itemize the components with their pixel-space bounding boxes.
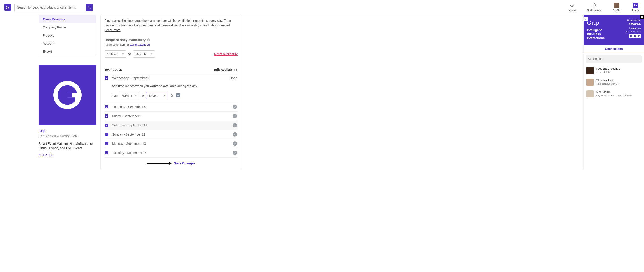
expand-panel-button[interactable]: » [584,17,588,21]
checkbox-wed[interactable] [105,76,108,80]
connection-item[interactable]: Faédora Gracchus Hello,Jul 07 [584,65,644,76]
connection-date: Jun 24 [611,83,618,85]
day-row-thu: Thursday - September 9 [104,102,238,112]
close-panel-button[interactable]: ✕ [640,15,644,19]
nav-profile[interactable]: Profile [613,3,620,12]
panel-brand: Grip [587,19,614,26]
from-time-select[interactable]: 4:30pm [120,92,139,99]
sidebar-item-team-members[interactable]: Team Members [39,15,96,23]
from-label: from [112,94,118,97]
topbar: G Home Notifications Profile G Teams [0,0,644,15]
checkbox-sun[interactable] [105,133,108,136]
timezone-link[interactable]: Europe/London [130,43,150,46]
avatar-icon [614,3,619,8]
sidebar-item-product[interactable]: Product [39,31,96,40]
profile-logo [38,65,96,125]
profile-card: Grip UK • Lee's Virtual Meeting Room Sma… [38,65,96,157]
range-head-label: Range of daily availability [104,38,146,42]
connections-tab[interactable]: Connections [584,45,644,53]
edit-profile-link[interactable]: Edit Profile [38,153,54,157]
app-logo[interactable]: G [4,4,11,11]
sidebar-item-company-profile[interactable]: Company Profile [39,23,96,31]
end-time-select[interactable]: Midnight [133,50,155,58]
edit-thu[interactable] [233,105,237,109]
day-row-fri: Friday - September 10 [104,112,238,121]
expand-instructions: Add time ranges when you won't be availa… [112,84,238,88]
day-label-mon: Monday - September 13 [112,142,146,145]
learn-more-link[interactable]: Learn more [104,28,121,32]
save-changes-button[interactable]: Save Changes [174,162,196,165]
checkbox-mon[interactable] [105,142,108,145]
connection-item[interactable]: Christina Liot Hello Nancy!Jun 24 [584,76,644,88]
connections-panel: » ✕ Grip Intelligent Business Interactio… [584,15,644,170]
days-header: Event Days Edit Availability [104,68,238,74]
clients-block: Clients include: amazon informa Reed Exh… [626,19,641,40]
pencil-icon [234,142,236,145]
intro-copy: First, select the time range the team me… [104,19,231,27]
client-bbc: BBC [626,34,641,38]
start-time-select[interactable]: 12:00am [104,50,126,58]
nav-profile-label: Profile [613,9,620,12]
delete-range-button[interactable] [170,93,174,97]
day-row-wed: Wednesday - September 8 Done [104,74,238,82]
nav-home-label: Home [568,9,576,12]
nav-teams-label: Teams [632,9,640,12]
edit-fri[interactable] [233,114,237,118]
checkbox-thu[interactable] [105,105,108,108]
handshake-icon [570,3,574,8]
client-reed: Reed Exhibitions [626,31,641,33]
svg-line-9 [590,59,591,60]
search-input[interactable] [14,4,86,11]
edit-sat[interactable] [233,123,237,127]
avatar [586,90,594,97]
connections-search-input[interactable] [586,55,642,63]
day-label-tue: Tuesday - September 14 [112,151,147,155]
bell-icon [592,3,596,8]
time-range-row: from 4:30pm to 4:45pm [112,92,238,99]
col-edit-avail: Edit Availability [214,68,237,72]
avatar [586,79,594,86]
connection-msg: Hello, [596,71,602,74]
profile-name: Grip [38,129,96,133]
profile-location: UK • Lee's Virtual Meeting Room [38,134,96,138]
page-body: Team Members Company Profile Product Acc… [0,15,644,170]
intro-text: First, select the time range the team me… [104,18,238,33]
edit-tue[interactable] [233,151,237,155]
panel-tagline: Intelligent Business Interactions [587,28,614,40]
day-row-tue: Tuesday - September 14 [104,148,238,157]
checkbox-fri[interactable] [105,115,108,118]
pencil-icon [234,133,236,136]
edit-sun[interactable] [233,132,237,137]
connection-item[interactable]: Alex Melillo Hey would love to mee…Jun 0… [584,88,644,100]
sidebar-item-export[interactable]: Export [39,48,96,56]
sidebar-item-account[interactable]: Account [39,40,96,48]
to-label: to [128,52,131,56]
edit-mon[interactable] [233,141,237,146]
checkbox-tue[interactable] [105,151,108,154]
add-range-button[interactable] [176,93,180,97]
svg-point-0 [88,6,90,8]
connections-search-wrap [586,55,642,63]
arrow-annotation [147,163,171,164]
nav-teams[interactable]: G Teams [632,3,640,12]
trash-icon [170,94,173,97]
avatar [586,67,594,74]
help-icon[interactable]: ? [147,38,150,42]
done-button[interactable]: Done [230,76,237,80]
to-label-inner: to [141,94,144,97]
search-icon [588,57,592,61]
search-icon [88,6,91,9]
nav-notifications[interactable]: Notifications [587,3,602,12]
checkbox-sat[interactable] [105,124,108,127]
svg-rect-4 [75,93,80,103]
nav-home[interactable]: Home [568,3,576,12]
clients-label: Clients include: [626,19,641,21]
to-time-select[interactable]: 4:45pm [146,92,168,99]
pencil-icon [234,124,236,126]
pencil-icon [234,115,236,117]
pencil-icon [234,152,236,154]
client-amazon: amazon [626,22,641,26]
search-button[interactable] [86,4,93,11]
reset-availability-link[interactable]: Reset availability [214,52,238,56]
day-label-sat: Saturday - September 11 [112,123,147,127]
